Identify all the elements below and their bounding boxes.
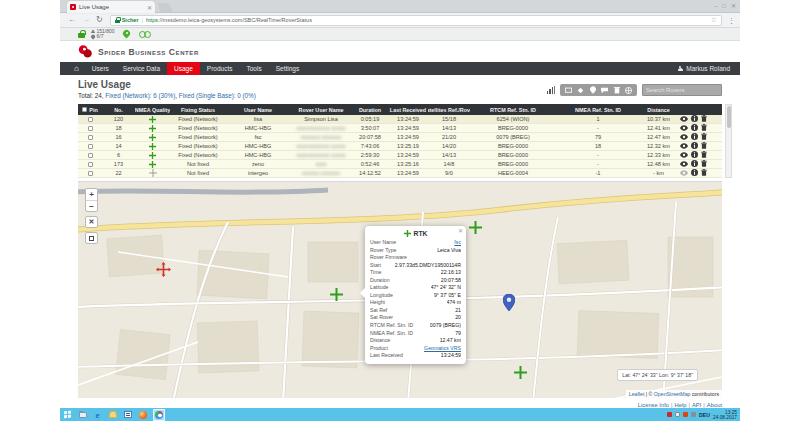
- firefox-icon[interactable]: [138, 410, 147, 419]
- rover-marker-red[interactable]: [156, 262, 171, 281]
- tray-icon-2[interactable]: [675, 412, 680, 417]
- zoom-in-button[interactable]: +: [86, 189, 97, 200]
- table-row[interactable]: 6Fixed (Network)HMC-HBGxxxxxxxxxxxx xxxx…: [78, 151, 722, 160]
- col-header-actions[interactable]: [677, 104, 710, 115]
- bookmark-star-icon[interactable]: ☆: [711, 16, 717, 24]
- taskbar-clock[interactable]: 13:25 24.08.2017: [713, 410, 737, 420]
- row-trash-icon[interactable]: [701, 169, 707, 177]
- back-icon[interactable]: ←: [68, 15, 76, 25]
- row-checkbox[interactable]: [88, 171, 93, 176]
- nav-item-service-data[interactable]: Service Data: [116, 62, 167, 75]
- tray-icon-3[interactable]: [683, 412, 688, 417]
- reference-station-pin[interactable]: [503, 294, 515, 315]
- rover-marker-green-2[interactable]: [469, 220, 482, 238]
- internet-explorer-icon[interactable]: e: [93, 410, 102, 419]
- new-tab-button[interactable]: [158, 3, 173, 12]
- select-all-checkbox[interactable]: [82, 107, 87, 112]
- ssl-lock-icon[interactable]: [115, 17, 120, 23]
- leaflet-link[interactable]: Leaflet: [629, 391, 645, 397]
- fit-extent-button[interactable]: [85, 232, 98, 244]
- col-header-duration[interactable]: Duration: [352, 104, 388, 115]
- table-scrollbar[interactable]: [725, 104, 732, 178]
- col-header-no-[interactable]: No.: [102, 104, 135, 115]
- rover-info-icon[interactable]: [691, 124, 698, 132]
- view-on-map-icon[interactable]: [680, 125, 688, 132]
- nav-item-tools[interactable]: Tools: [240, 62, 269, 75]
- view-on-map-icon[interactable]: [680, 134, 688, 141]
- col-header-nmea-quality[interactable]: NMEA Quality: [135, 104, 170, 115]
- zoom-out-button[interactable]: −: [86, 200, 97, 211]
- address-bar[interactable]: Sicher | https://mssdemo.leica-geosystem…: [110, 15, 722, 26]
- browser-menu-icon[interactable]: ⋮: [728, 16, 735, 25]
- positioning-button[interactable]: [121, 29, 133, 40]
- row-trash-icon[interactable]: [701, 160, 707, 168]
- table-row[interactable]: 14Fixed (Network)HMC-HBGxxxxxxxxxxxx xxx…: [78, 142, 722, 151]
- row-checkbox[interactable]: [88, 153, 93, 158]
- table-row[interactable]: 173Not fixedzenoxxxx0:52:4613:25:1614/8B…: [78, 160, 722, 169]
- scrollbar-thumb[interactable]: [727, 106, 732, 128]
- tab-close-icon[interactable]: ✕: [147, 4, 152, 11]
- monitor-icon[interactable]: [565, 87, 572, 94]
- chrome-icon-active[interactable]: [153, 409, 165, 421]
- map-view[interactable]: + − ✕: [78, 181, 722, 398]
- table-row[interactable]: 18Fixed (Network)HMC-HBGxxxxxxxxxxxx xxx…: [78, 124, 722, 133]
- remote-desktop-icon[interactable]: [123, 410, 132, 419]
- file-explorer-icon[interactable]: [78, 410, 87, 419]
- search-rovers-input[interactable]: [642, 84, 722, 96]
- view-on-map-icon[interactable]: [680, 161, 688, 168]
- table-row[interactable]: 120Fixed (Network)lisaSimpson Lisa0:05:1…: [78, 115, 722, 124]
- rover-info-icon[interactable]: [691, 160, 698, 168]
- map-pin-icon[interactable]: [589, 87, 596, 94]
- col-header-nmea-ref-stn-id[interactable]: NMEA Ref. Stn. ID: [556, 104, 640, 115]
- connections-button[interactable]: [139, 29, 151, 40]
- nav-item-users[interactable]: Users: [85, 62, 116, 75]
- browser-tab[interactable]: Live Usage ✕: [67, 1, 155, 13]
- rover-marker-green-3[interactable]: [514, 365, 527, 383]
- home-icon[interactable]: ⌂: [74, 63, 79, 75]
- view-on-map-icon[interactable]: [680, 143, 688, 150]
- diamond-icon[interactable]: [577, 87, 584, 94]
- col-header-rtcm-ref-stn-id[interactable]: RTCM Ref. Stn. ID: [470, 104, 556, 115]
- tray-icon-1[interactable]: [667, 412, 672, 417]
- reload-icon[interactable]: ↻: [96, 15, 103, 25]
- folder-icon[interactable]: [108, 410, 117, 419]
- popup-value-link[interactable]: fsc: [454, 239, 461, 247]
- tray-icon-4[interactable]: [691, 412, 696, 417]
- popup-close-icon[interactable]: ✕: [458, 227, 463, 234]
- row-checkbox[interactable]: [88, 117, 93, 122]
- trash-icon[interactable]: [613, 87, 620, 94]
- rover-info-icon[interactable]: [691, 115, 698, 123]
- popup-value-link[interactable]: Geomatics VRS: [424, 345, 461, 353]
- row-trash-icon[interactable]: [701, 115, 707, 123]
- view-on-map-icon[interactable]: [680, 152, 688, 159]
- globe-icon[interactable]: [625, 87, 632, 94]
- language-indicator[interactable]: DEU: [699, 412, 710, 418]
- rover-info-icon[interactable]: [691, 142, 698, 150]
- forward-icon[interactable]: →: [82, 15, 90, 25]
- rover-marker-green-selected[interactable]: [330, 287, 343, 305]
- rover-info-icon[interactable]: [691, 133, 698, 141]
- window-maximize-icon[interactable]: □: [722, 2, 726, 10]
- col-header-user-name[interactable]: User Name: [226, 104, 290, 115]
- view-on-map-icon[interactable]: [680, 170, 688, 177]
- user-menu[interactable]: Markus Roland: [677, 65, 730, 72]
- nav-item-usage[interactable]: Usage: [167, 62, 200, 75]
- row-trash-icon[interactable]: [701, 124, 707, 132]
- rover-info-icon[interactable]: [691, 151, 698, 159]
- col-header-fixing-status[interactable]: Fixing Status: [170, 104, 226, 115]
- chat-icon[interactable]: [601, 87, 608, 94]
- close-map-button[interactable]: ✕: [85, 216, 98, 228]
- signal-strength-icon[interactable]: [547, 86, 556, 94]
- row-trash-icon[interactable]: [701, 151, 707, 159]
- row-checkbox[interactable]: [88, 162, 93, 167]
- row-checkbox[interactable]: [88, 135, 93, 140]
- fixed-network-link[interactable]: Fixed (Network): 6 (30%): [105, 92, 175, 99]
- row-trash-icon[interactable]: [701, 133, 707, 141]
- window-minimize-icon[interactable]: –: [714, 2, 717, 10]
- col-header-distance[interactable]: Distance: [640, 104, 677, 115]
- col-header-satellites-ref-rover[interactable]: Satellites Ref./Rover: [428, 104, 470, 115]
- row-trash-icon[interactable]: [701, 142, 707, 150]
- table-row[interactable]: 22Not fixedintergeoxxxxxx xxxxxxx14:12:5…: [78, 169, 722, 178]
- fixed-single-base-link[interactable]: Fixed (Single Base): 0 (0%): [179, 92, 256, 99]
- row-checkbox[interactable]: [88, 144, 93, 149]
